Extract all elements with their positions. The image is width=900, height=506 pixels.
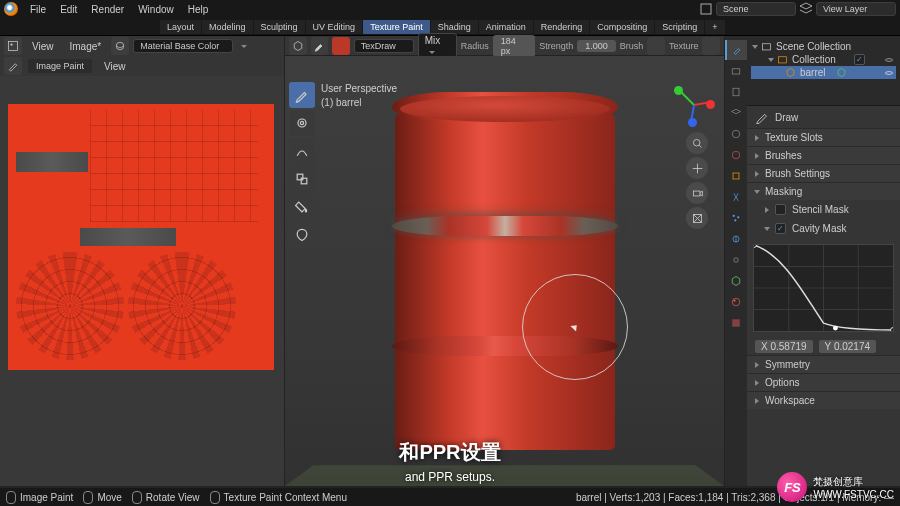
outliner-object-barrel[interactable]: barrel bbox=[751, 66, 896, 79]
editor-type-icon[interactable] bbox=[4, 37, 22, 55]
mouse-right-icon bbox=[210, 491, 220, 504]
curve-x-value[interactable]: X 0.58719 bbox=[755, 340, 813, 353]
section-brushes[interactable]: Brushes bbox=[747, 146, 900, 164]
brush-preset-icon[interactable] bbox=[311, 37, 329, 55]
menu-window[interactable]: Window bbox=[132, 2, 180, 17]
nav-zoom[interactable] bbox=[686, 132, 708, 154]
outliner-scene-collection[interactable]: Scene Collection bbox=[751, 40, 896, 53]
tool-fill[interactable] bbox=[289, 194, 315, 220]
tab-uvediting[interactable]: UV Editing bbox=[306, 20, 363, 34]
3d-viewport[interactable]: User Perspective (1) barrel bbox=[285, 56, 724, 486]
tool-clone[interactable] bbox=[289, 166, 315, 192]
nav-gizmo[interactable] bbox=[672, 82, 716, 126]
tool-soften[interactable] bbox=[289, 110, 315, 136]
nav-persp[interactable] bbox=[686, 207, 708, 229]
image-menu-view[interactable]: View bbox=[26, 39, 60, 54]
ptab-world[interactable] bbox=[725, 145, 747, 165]
viewlayer-selector[interactable]: View Layer bbox=[816, 2, 896, 16]
status-move: Move bbox=[83, 491, 121, 504]
cavity-mask-row[interactable]: Cavity Mask bbox=[747, 219, 900, 238]
ptab-modifier[interactable] bbox=[725, 187, 747, 207]
uv-island-ring2 bbox=[80, 228, 176, 246]
tab-animation[interactable]: Animation bbox=[479, 20, 533, 34]
tool-draw[interactable] bbox=[289, 82, 315, 108]
viewport-panel: TexDraw Mix Radius 184 px Strength 1.000… bbox=[285, 36, 725, 486]
image-view-menu[interactable]: View bbox=[98, 59, 132, 74]
ptab-particle[interactable] bbox=[725, 208, 747, 228]
ptab-constraint[interactable] bbox=[725, 250, 747, 270]
nav-camera[interactable] bbox=[686, 182, 708, 204]
svg-rect-18 bbox=[693, 191, 700, 196]
tab-layout[interactable]: Layout bbox=[160, 20, 201, 34]
tool-smear[interactable] bbox=[289, 138, 315, 164]
image-editor-panel: View Image* Material Base Color Image Pa… bbox=[0, 36, 285, 486]
menu-help[interactable]: Help bbox=[182, 2, 215, 17]
brush-name-field[interactable]: TexDraw bbox=[354, 39, 414, 53]
uv-island-cap2 bbox=[128, 252, 236, 360]
strength-field[interactable]: 1.000 bbox=[577, 40, 616, 52]
scene-selector[interactable]: Scene bbox=[716, 2, 796, 16]
stencil-checkbox[interactable] bbox=[775, 204, 786, 215]
ptab-render[interactable] bbox=[725, 61, 747, 81]
ptab-tool[interactable] bbox=[725, 40, 747, 60]
texture-slot-icon[interactable] bbox=[702, 37, 720, 55]
ptab-output[interactable] bbox=[725, 82, 747, 102]
ptab-data[interactable] bbox=[725, 271, 747, 291]
status-bar: Image Paint Move Rotate View Texture Pai… bbox=[0, 488, 900, 506]
cavity-checkbox[interactable] bbox=[775, 223, 786, 234]
material-name-field[interactable]: Material Base Color bbox=[133, 39, 233, 53]
uv-island-cap1 bbox=[16, 252, 124, 360]
collection-enable-checkbox[interactable] bbox=[854, 54, 865, 65]
outliner[interactable]: Scene Collection Collection barrel bbox=[747, 36, 900, 106]
menu-edit[interactable]: Edit bbox=[54, 2, 83, 17]
viewport-editor-icon[interactable] bbox=[289, 37, 307, 55]
tab-shading[interactable]: Shading bbox=[431, 20, 478, 34]
section-symmetry[interactable]: Symmetry bbox=[747, 355, 900, 373]
ptab-material[interactable] bbox=[725, 292, 747, 312]
nav-pan[interactable] bbox=[686, 157, 708, 179]
paint-mode-icon[interactable] bbox=[4, 57, 22, 75]
tab-modeling[interactable]: Modeling bbox=[202, 20, 253, 34]
material-icon[interactable] bbox=[111, 37, 129, 55]
tab-compositing[interactable]: Compositing bbox=[590, 20, 654, 34]
radius-field[interactable]: 184 px bbox=[493, 35, 535, 57]
ptab-texture[interactable] bbox=[725, 313, 747, 333]
section-brush-settings[interactable]: Brush Settings bbox=[747, 164, 900, 182]
svg-point-17 bbox=[693, 139, 700, 146]
tab-add[interactable]: + bbox=[705, 20, 724, 34]
ptab-object[interactable] bbox=[725, 166, 747, 186]
eye-icon[interactable] bbox=[884, 55, 894, 65]
curve-y-value[interactable]: Y 0.02174 bbox=[819, 340, 876, 353]
blend-mode-select[interactable]: Mix bbox=[418, 33, 457, 58]
eye-icon[interactable] bbox=[884, 68, 894, 78]
menu-render[interactable]: Render bbox=[85, 2, 130, 17]
image-menu-image[interactable]: Image* bbox=[64, 39, 108, 54]
section-workspace[interactable]: Workspace bbox=[747, 391, 900, 409]
blender-logo-icon bbox=[4, 2, 18, 16]
section-options[interactable]: Options bbox=[747, 373, 900, 391]
brush-tex-icon[interactable] bbox=[647, 37, 665, 55]
tab-scripting[interactable]: Scripting bbox=[655, 20, 704, 34]
svg-rect-15 bbox=[297, 174, 303, 180]
uv-island-side bbox=[90, 110, 258, 222]
uv-texture bbox=[8, 104, 274, 370]
ptab-physics[interactable] bbox=[725, 229, 747, 249]
ptab-scene[interactable] bbox=[725, 124, 747, 144]
tool-mask[interactable] bbox=[289, 222, 315, 248]
cavity-curve[interactable] bbox=[753, 244, 894, 332]
mesh-data-icon bbox=[836, 67, 847, 78]
stencil-mask-row[interactable]: Stencil Mask bbox=[747, 200, 900, 219]
tab-texturepaint[interactable]: Texture Paint bbox=[363, 20, 430, 34]
brush-color-swatch[interactable] bbox=[332, 37, 350, 55]
ptab-viewlayer[interactable] bbox=[725, 103, 747, 123]
watermark-cn: 梵摄创意库 bbox=[813, 475, 894, 489]
section-texture-slots[interactable]: Texture Slots bbox=[747, 128, 900, 146]
image-editor-header: View Image* Material Base Color bbox=[0, 36, 284, 56]
section-masking[interactable]: Masking bbox=[747, 182, 900, 200]
tab-rendering[interactable]: Rendering bbox=[534, 20, 590, 34]
menu-file[interactable]: File bbox=[24, 2, 52, 17]
tab-sculpting[interactable]: Sculpting bbox=[254, 20, 305, 34]
uv-canvas[interactable] bbox=[0, 76, 284, 486]
image-mode-select[interactable]: Image Paint bbox=[28, 59, 92, 73]
outliner-collection[interactable]: Collection bbox=[751, 53, 896, 66]
